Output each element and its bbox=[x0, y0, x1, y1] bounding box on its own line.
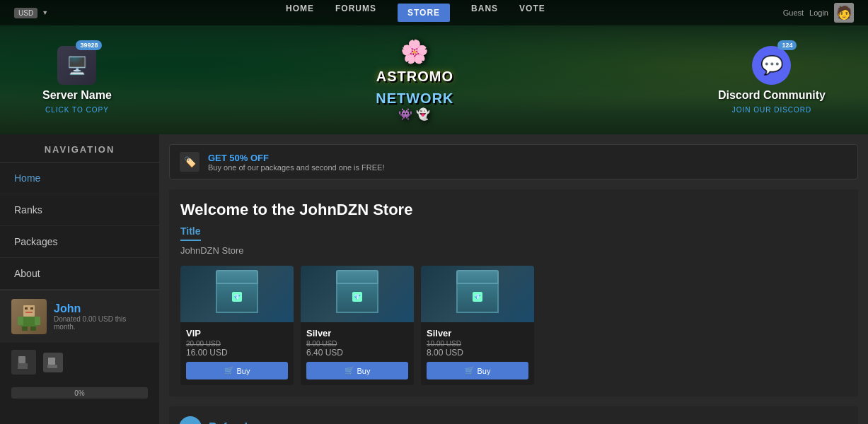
svg-rect-5 bbox=[18, 317, 23, 325]
package-card-2: 💎 Silver 10.00 USD 8.00 USD 🛒 Buy bbox=[421, 266, 534, 385]
package-card-1: 💎 Silver 8.00 USD 6.40 USD 🛒 Buy bbox=[301, 266, 414, 385]
promo-sub: Buy one of our packages and second one i… bbox=[208, 163, 385, 172]
package-name-2: Silver bbox=[427, 328, 528, 338]
currency-label: ▼ bbox=[42, 9, 48, 16]
chest-lock-2: 💎 bbox=[473, 292, 482, 302]
currency-badge[interactable]: USD bbox=[14, 8, 37, 18]
svg-rect-3 bbox=[25, 312, 33, 313]
chest-body-2: 💎 bbox=[456, 281, 499, 313]
discord-box: 💬 124 Discord Community JOIN OUR DISCORD bbox=[718, 46, 826, 114]
navbar-links: HOME FORUMS STORE BANS VOTE bbox=[286, 4, 545, 22]
promo-banner: 🏷️ GET 50% OFF Buy one of our packages a… bbox=[169, 144, 858, 179]
chest-lid-1 bbox=[336, 270, 378, 284]
discord-sub[interactable]: JOIN OUR DISCORD bbox=[732, 106, 812, 114]
buy-button-2[interactable]: 🛒 Buy bbox=[427, 362, 528, 379]
refund-icon: ↩ bbox=[179, 416, 202, 424]
promo-text: GET 50% OFF Buy one of our packages and … bbox=[208, 153, 385, 172]
server-count-badge: 39928 bbox=[76, 40, 102, 50]
cart-icon-0: 🛒 bbox=[224, 366, 234, 375]
svg-rect-8 bbox=[30, 326, 36, 331]
logo-center: 🌸 ASTROMO NETWORK 👾 👻 bbox=[337, 34, 492, 126]
package-info-1: Silver 8.00 USD 6.40 USD 🛒 Buy bbox=[301, 322, 414, 385]
discord-icon: 💬 124 bbox=[752, 46, 791, 85]
sidebar-nav-title: NAVIGATION bbox=[0, 134, 159, 163]
progress-label: 0% bbox=[11, 387, 148, 399]
nav-home[interactable]: HOME bbox=[286, 4, 314, 22]
package-image-0: 💎 bbox=[180, 266, 294, 322]
logo-line2: NETWORK bbox=[376, 90, 453, 106]
navbar-left: USD ▼ bbox=[14, 8, 48, 18]
logo-line1: ASTROMO bbox=[376, 69, 453, 84]
svg-rect-6 bbox=[35, 317, 40, 325]
promo-title: GET 50% OFF bbox=[208, 153, 385, 163]
refund-title: Refund bbox=[209, 421, 248, 424]
chest-body-0: 💎 bbox=[216, 281, 258, 313]
chest-lid-0 bbox=[216, 270, 258, 284]
package-image-1: 💎 bbox=[301, 266, 414, 322]
welcome-title: Welcome to the JohnDZN Store bbox=[180, 201, 847, 219]
logo-image: 🌸 ASTROMO NETWORK 👾 👻 bbox=[337, 34, 492, 126]
package-info-0: VIP 20.00 USD 16.00 USD 🛒 Buy bbox=[180, 322, 294, 385]
header: USD ▼ HOME FORUMS STORE BANS VOTE Guest … bbox=[0, 0, 868, 134]
sidebar-item-about[interactable]: About bbox=[0, 258, 159, 290]
sidebar-anon bbox=[0, 343, 159, 382]
navbar: USD ▼ HOME FORUMS STORE BANS VOTE Guest … bbox=[0, 0, 868, 25]
sidebar-item-packages[interactable]: Packages bbox=[0, 226, 159, 258]
discord-icon-inner: 💬 bbox=[752, 46, 791, 85]
package-old-price-0: 20.00 USD bbox=[186, 340, 288, 348]
buy-button-0[interactable]: 🛒 Buy bbox=[186, 362, 288, 379]
promo-icon: 🏷️ bbox=[180, 152, 199, 172]
package-name-1: Silver bbox=[306, 328, 408, 338]
discord-name: Discord Community bbox=[718, 89, 826, 102]
main-layout: NAVIGATION Home Ranks Packages About bbox=[0, 134, 868, 424]
server-icon: 🖥️ 39928 bbox=[57, 46, 96, 85]
login-label[interactable]: Login bbox=[809, 8, 828, 17]
guest-label: Guest bbox=[783, 8, 804, 17]
anon-icon-2 bbox=[43, 353, 63, 372]
cart-icon-1: 🛒 bbox=[345, 366, 354, 375]
package-price-0: 16.00 USD bbox=[186, 348, 288, 358]
package-info-2: Silver 10.00 USD 8.00 USD 🛒 Buy bbox=[421, 322, 534, 385]
chest-lid-2 bbox=[456, 270, 499, 284]
content-area: 🏷️ GET 50% OFF Buy one of our packages a… bbox=[159, 134, 868, 424]
chest-lock-1: 💎 bbox=[352, 292, 362, 302]
buy-button-1[interactable]: 🛒 Buy bbox=[306, 362, 408, 379]
sidebar-user: John Donated 0.00 USD this month. bbox=[0, 290, 159, 343]
package-card-0: 💎 VIP 20.00 USD 16.00 USD 🛒 Buy bbox=[180, 266, 294, 385]
discord-count-badge: 124 bbox=[777, 40, 797, 50]
svg-rect-10 bbox=[18, 363, 28, 369]
server-info: 🖥️ 39928 Server Name CLICK TO COPY 🌸 AST… bbox=[0, 25, 868, 134]
svg-rect-12 bbox=[47, 365, 57, 368]
svg-rect-9 bbox=[18, 356, 25, 363]
package-old-price-2: 10.00 USD bbox=[427, 340, 528, 348]
svg-rect-1 bbox=[25, 307, 28, 310]
server-icon-inner: 🖥️ bbox=[57, 46, 96, 85]
cart-icon-2: 🛒 bbox=[465, 366, 475, 375]
package-name-0: VIP bbox=[186, 328, 288, 338]
nav-vote[interactable]: VOTE bbox=[519, 4, 545, 22]
server-copy[interactable]: CLICK TO COPY bbox=[45, 106, 109, 114]
nav-store[interactable]: STORE bbox=[398, 4, 450, 22]
server-name: Server Name bbox=[42, 89, 112, 102]
sidebar-item-home[interactable]: Home bbox=[0, 163, 159, 194]
nav-bans[interactable]: BANS bbox=[471, 4, 498, 22]
user-avatar-small: 🧑 bbox=[834, 3, 854, 23]
user-name: John bbox=[54, 302, 148, 315]
server-box: 🖥️ 39928 Server Name CLICK TO COPY bbox=[42, 46, 112, 114]
navbar-right: Guest Login 🧑 bbox=[783, 3, 854, 23]
chest-body-1: 💎 bbox=[336, 281, 378, 313]
package-image-2: 💎 bbox=[421, 266, 534, 322]
sidebar: NAVIGATION Home Ranks Packages About bbox=[0, 134, 159, 424]
user-donated: Donated 0.00 USD this month. bbox=[54, 315, 148, 331]
logo-text: 🌸 ASTROMO NETWORK 👾 👻 bbox=[376, 40, 453, 120]
refund-section: ↩ Refund Go to the packages category abo… bbox=[169, 406, 858, 424]
welcome-store-name: JohnDZN Store bbox=[180, 245, 847, 256]
sidebar-item-ranks[interactable]: Ranks bbox=[0, 194, 159, 226]
welcome-subtitle: Title bbox=[180, 225, 201, 241]
svg-rect-11 bbox=[48, 358, 55, 365]
nav-forums[interactable]: FORUMS bbox=[335, 4, 376, 22]
package-price-2: 8.00 USD bbox=[427, 348, 528, 358]
svg-rect-2 bbox=[30, 307, 33, 310]
anon-avatar bbox=[11, 350, 36, 375]
progress-bar: 0% bbox=[11, 387, 148, 399]
